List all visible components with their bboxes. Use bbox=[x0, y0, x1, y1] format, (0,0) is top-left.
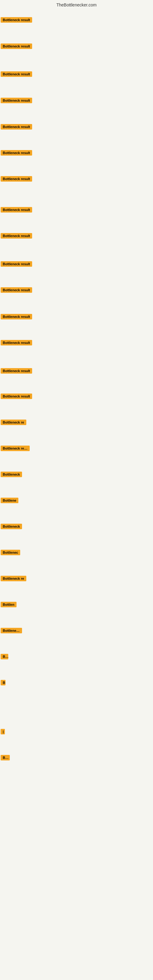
site-title: TheBottlenecker.com bbox=[0, 0, 153, 9]
bottleneck-badge: Bottleneck result bbox=[1, 43, 32, 49]
list-item[interactable]: Bottleneck re bbox=[1, 420, 26, 426]
bottleneck-badge: Bottleneck result bbox=[1, 207, 32, 213]
bottleneck-badge: Bottlen bbox=[1, 602, 16, 607]
list-item[interactable]: Bottleneck result bbox=[1, 207, 32, 214]
list-item[interactable]: Bottleneck result bbox=[1, 261, 32, 268]
list-item[interactable]: Bottleneck bbox=[1, 524, 22, 530]
list-item[interactable]: Bottleneck result bbox=[1, 287, 32, 294]
bottleneck-badge: Bottleneck resul bbox=[1, 445, 30, 451]
list-item[interactable]: Bottleneck result bbox=[1, 124, 32, 131]
list-item[interactable]: Bot bbox=[1, 755, 10, 762]
bottleneck-badge: Bottlenec bbox=[1, 550, 20, 555]
list-item[interactable]: Bottleneck result bbox=[1, 340, 32, 347]
list-item[interactable]: Bottlene bbox=[1, 498, 18, 504]
list-item[interactable]: Bottleneck result bbox=[1, 17, 32, 24]
bottleneck-badge: Bottleneck re bbox=[1, 420, 26, 425]
list-item[interactable]: Bottleneck bbox=[1, 628, 22, 635]
bottleneck-badge: Bottleneck result bbox=[1, 233, 32, 239]
bottleneck-badge: Bottleneck result bbox=[1, 340, 32, 345]
bottleneck-badge: Bot bbox=[1, 755, 10, 760]
bottleneck-badge: Bottleneck result bbox=[1, 176, 32, 181]
list-item[interactable]: Bottleneck resul bbox=[1, 445, 30, 452]
list-item[interactable]: Bottleneck result bbox=[1, 72, 32, 78]
list-item[interactable]: B bbox=[1, 680, 5, 687]
list-item[interactable]: Bottleneck re bbox=[1, 576, 26, 582]
bottleneck-badge: | bbox=[1, 729, 5, 734]
list-item[interactable]: Bottleneck result bbox=[1, 150, 32, 157]
bottleneck-badge: Bottleneck bbox=[1, 524, 22, 529]
list-item[interactable]: | bbox=[1, 729, 5, 736]
list-item[interactable]: Bottlenec bbox=[1, 550, 20, 557]
list-item[interactable]: Bottleneck result bbox=[1, 314, 32, 321]
list-item[interactable]: Bottleneck result bbox=[1, 393, 32, 400]
bottleneck-badge: Bottleneck result bbox=[1, 368, 32, 374]
list-item[interactable]: Bottleneck result bbox=[1, 43, 32, 50]
list-item[interactable]: Bottleneck result bbox=[1, 233, 32, 240]
bottleneck-badge: Bottleneck re bbox=[1, 576, 26, 581]
bottleneck-badge: Bo bbox=[1, 654, 8, 659]
bottleneck-badge: Bottleneck result bbox=[1, 124, 32, 130]
bottleneck-badge: Bottleneck result bbox=[1, 17, 32, 23]
bottleneck-badge: Bottleneck result bbox=[1, 150, 32, 156]
list-item[interactable]: Bottlen bbox=[1, 602, 16, 609]
bottleneck-badge: Bottleneck result bbox=[1, 393, 32, 399]
list-item[interactable]: Bottleneck bbox=[1, 472, 22, 478]
list-item[interactable]: Bottleneck result bbox=[1, 368, 32, 375]
list-item[interactable]: Bottleneck result bbox=[1, 176, 32, 183]
list-item[interactable]: Bottleneck result bbox=[1, 98, 32, 105]
bottleneck-badge: Bottleneck result bbox=[1, 261, 32, 267]
bottleneck-badge: Bottleneck result bbox=[1, 98, 32, 103]
bottleneck-badge: Bottleneck bbox=[1, 628, 22, 633]
list-item[interactable]: Bo bbox=[1, 654, 8, 660]
bottleneck-badge: Bottleneck result bbox=[1, 72, 32, 77]
bottleneck-badge: Bottleneck bbox=[1, 472, 22, 477]
bottleneck-badge: Bottleneck result bbox=[1, 314, 32, 320]
bottleneck-badge: B bbox=[1, 680, 5, 686]
bottleneck-badge: Bottlene bbox=[1, 498, 18, 503]
bottleneck-badge: Bottleneck result bbox=[1, 287, 32, 293]
